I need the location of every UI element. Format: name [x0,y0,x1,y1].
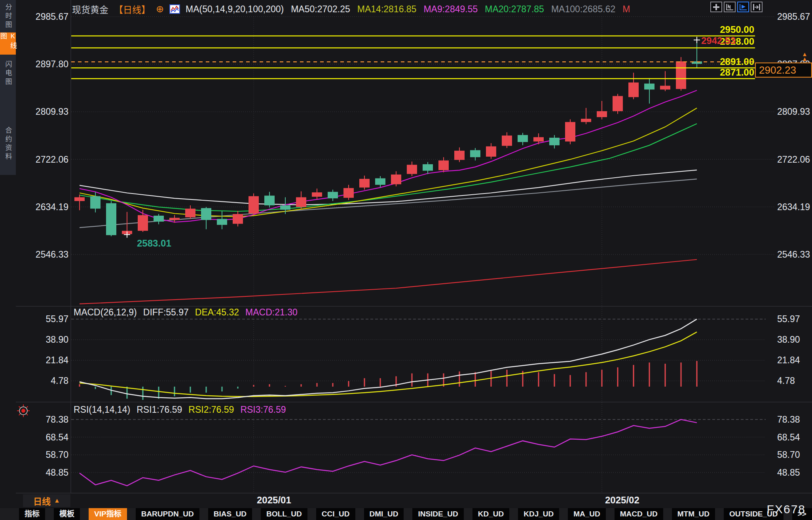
indicator-tab[interactable]: DMI_UD [364,508,404,520]
indicator-tab[interactable]: INSIDE_UD [412,508,463,520]
low-marker-label: 2583.01 [137,238,171,249]
indicator-tab[interactable]: MTM_UD [672,508,715,520]
indicator-value-label: DIFF:55.97 [143,307,189,318]
indicator-value-label: RSI1:76.59 [137,404,182,415]
indicator-tab[interactable]: KD_UD [472,508,509,520]
macd-axis-label-left: 4.78 [17,376,68,386]
symbol-name: 现货黄金 [72,2,108,16]
sidebar: 分时图K线图闪电图合约资料 [0,0,16,175]
macd-axis-label-left: 38.90 [17,334,68,345]
main-axis-label-right: 2546.33 [777,249,810,260]
main-axis-label-right: 2634.19 [777,202,810,213]
indicator-tab[interactable]: BIAS_UD [208,508,252,520]
indicator-value-label: RSI2:76.59 [188,404,234,415]
main-axis-label-left: 2985.67 [17,11,68,22]
indicator-value-label: RSI3:76.59 [240,404,286,415]
ma-value-label: MA9:2849.55 [423,4,478,15]
ma-value-label: MA20:2787.85 [485,4,544,15]
watermark: FX678 [767,503,806,516]
period-selector-label: 日线 [33,494,51,507]
macd-axis-label-right: 38.90 [777,334,800,345]
indicator-tab[interactable]: BARUPDN_UD [136,508,199,520]
indicator-tab[interactable]: VIP指标 [89,508,127,520]
rsi-axis-label-left: 68.54 [17,432,68,443]
date-axis-label: 2025/02 [605,495,639,506]
ma-value-label: MA14:2816.85 [357,4,417,15]
indicator-tabbar: 指标模板VIP指标BARUPDN_UDBIAS_UDBOLL_UDCCI_UDD… [0,508,812,520]
indicator-tab[interactable]: BOLL_UD [261,508,307,520]
ma-value-label: M [622,4,630,15]
main-axis-label-left: 2634.19 [17,202,68,213]
rsi-axis-label-left: 48.85 [17,467,68,478]
indicator-value-label: MACD(26,12,9) [74,307,137,318]
indicator-tab[interactable]: KDJ_UD [518,508,559,520]
ma-value-label: MA100:2685.62 [551,4,615,15]
rsi-axis-label-right: 48.85 [777,467,800,478]
date-axis-label: 2025/01 [257,495,291,506]
indicator-value-label: RSI(14,14,14) [74,404,130,415]
macd-axis-label-left: 55.97 [17,314,68,325]
period-selector[interactable]: 日线 ▲ [23,494,70,507]
macd-axis-label-right: 55.97 [777,314,800,325]
grid-layout-icon[interactable] [710,2,722,12]
main-axis-label-right: 2985.67 [777,11,810,22]
high-marker-label: 2942.53 [701,35,736,46]
right-margin-icon[interactable] [751,2,763,12]
main-axis-label-left: 2546.33 [17,249,68,260]
period-tag[interactable]: 【日线】 [114,2,150,16]
macd-header: MACD(26,12,9)DIFF:55.97DEA:45.32MACD:21.… [74,307,298,318]
sidebar-item-tab[interactable]: 合约资料 [0,118,16,170]
sidebar-item-active[interactable]: K线图 [0,32,16,55]
main-axis-label-left: 2897.80 [17,59,68,70]
chart-header: 现货黄金 【日线】 ⊕ MA(50,14,9,20,100,200)MA50:2… [72,2,630,16]
rsi-axis-label-right: 78.38 [777,414,800,425]
auto-scroll-icon[interactable] [737,2,749,12]
sidebar-item-tab[interactable]: 分时图 [0,2,16,32]
macd-axis-label-right: 4.78 [777,376,795,386]
ma-value-label: MA(50,14,9,20,100,200) [186,4,284,15]
current-price-tag: 2902.23 [755,63,812,78]
main-axis-label-left: 2722.06 [17,154,68,165]
add-overlay-icon[interactable]: ⊕ [156,5,164,13]
main-axis-label-left: 2809.93 [17,106,68,117]
rsi-axis-label-left: 58.70 [17,450,68,460]
trading-app: 现货黄金 【日线】 ⊕ MA(50,14,9,20,100,200)MA50:2… [0,0,812,520]
scroll-up-arrow-icon[interactable]: ▲ [802,57,808,61]
chevron-up-icon: ▲ [54,497,60,504]
indicator-value-label: DEA:45.32 [195,307,239,318]
rsi-axis-label-right: 68.54 [777,432,800,443]
indicator-tab[interactable]: MA_UD [568,508,606,520]
mini-chart-icon[interactable] [169,4,180,14]
ma-value-label: MA50:2702.25 [291,4,350,15]
main-axis-label-right: 2722.06 [777,154,810,165]
main-axis-label-right: 2809.93 [777,106,810,117]
rsi-header: RSI(14,14,14)RSI1:76.59RSI2:76.59RSI3:76… [74,404,286,415]
indicator-tab[interactable]: MACD_UD [615,508,663,520]
indicator-tab[interactable]: CCI_UD [316,508,355,520]
level-price-label: 2871.00 [695,67,754,78]
rsi-axis-label-right: 58.70 [777,450,800,460]
level-price-label: 2950.00 [695,24,754,35]
axis-scale-icon[interactable] [724,2,736,12]
indicator-tab[interactable]: 指标 [19,508,45,520]
alert-icon[interactable] [17,404,30,419]
indicator-value-label: MACD:21.30 [245,307,298,318]
level-price-label: 2891.00 [695,56,754,67]
indicator-tab[interactable]: 模板 [54,508,80,520]
chart-canvas[interactable] [0,0,812,520]
sidebar-item-tab[interactable]: 闪电图 [0,55,16,92]
macd-axis-label-right: 21.84 [777,355,800,366]
ma-values-row: MA(50,14,9,20,100,200)MA50:2702.25MA14:2… [186,4,630,15]
macd-axis-label-left: 21.84 [17,355,68,366]
